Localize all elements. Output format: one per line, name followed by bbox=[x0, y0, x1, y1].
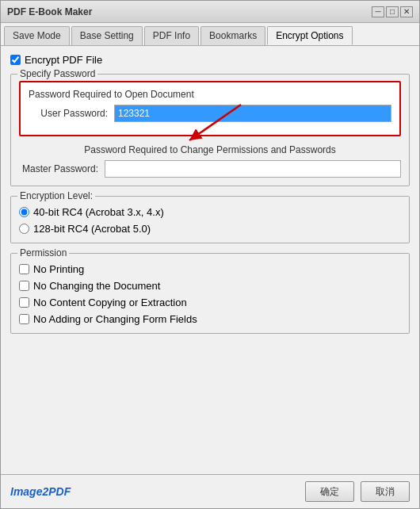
radio-128bit[interactable] bbox=[19, 224, 29, 234]
perm-no-copying-checkbox[interactable] bbox=[19, 297, 29, 308]
bottom-buttons: 确定 取消 bbox=[305, 481, 410, 502]
minimize-button[interactable]: ─ bbox=[372, 6, 384, 17]
radio-40bit-label: 40-bit RC4 (Acrobat 3.x, 4.x) bbox=[33, 206, 164, 218]
radio-40bit-row: 40-bit RC4 (Acrobat 3.x, 4.x) bbox=[19, 206, 401, 218]
perm-no-changing-checkbox[interactable] bbox=[19, 281, 29, 291]
main-window: PDF E-Book Maker ─ □ ✕ Save Mode Base Se… bbox=[0, 0, 420, 509]
tab-pdf-info[interactable]: PDF Info bbox=[144, 26, 199, 45]
perm-no-adding-label: No Adding or Changing Form Fields bbox=[33, 313, 197, 325]
tab-bar: Save Mode Base Setting PDF Info Bookmark… bbox=[1, 23, 419, 46]
content-area: Encrypt PDF File Specify Password Passwo… bbox=[1, 46, 419, 474]
encryption-radio-group: 40-bit RC4 (Acrobat 3.x, 4.x) 128-bit RC… bbox=[19, 203, 401, 235]
encryption-level-group: Encryption Level: 40-bit RC4 (Acrobat 3.… bbox=[10, 196, 410, 243]
title-bar: PDF E-Book Maker ─ □ ✕ bbox=[1, 1, 419, 23]
perm-no-printing-label: No Printing bbox=[33, 263, 84, 275]
permission-list: No Printing No Changing the Document No … bbox=[19, 260, 401, 325]
radio-40bit[interactable] bbox=[19, 207, 29, 217]
perm-no-printing-checkbox[interactable] bbox=[19, 264, 29, 274]
tab-encrypt-options[interactable]: Encrypt Options bbox=[267, 26, 352, 45]
perm-no-copying-label: No Content Copying or Extraction bbox=[33, 297, 187, 308]
window-title: PDF E-Book Maker bbox=[7, 6, 92, 17]
user-password-label: User Password: bbox=[29, 108, 108, 119]
annotation-arrow bbox=[178, 97, 257, 152]
tab-base-setting[interactable]: Base Setting bbox=[71, 26, 143, 45]
encrypt-pdf-row: Encrypt PDF File bbox=[10, 54, 410, 66]
radio-128bit-row: 128-bit RC4 (Acrobat 5.0) bbox=[19, 223, 401, 235]
svg-line-1 bbox=[189, 105, 241, 140]
perm-no-printing-row: No Printing bbox=[19, 263, 401, 275]
permission-group: Permission No Printing No Changing the D… bbox=[10, 253, 410, 334]
perm-no-adding-checkbox[interactable] bbox=[19, 314, 29, 324]
confirm-button[interactable]: 确定 bbox=[305, 481, 354, 502]
encryption-level-title: Encryption Level: bbox=[17, 190, 95, 201]
specify-password-title: Specify Password bbox=[17, 68, 97, 79]
permission-group-title: Permission bbox=[17, 247, 69, 258]
encrypt-pdf-label: Encrypt PDF File bbox=[25, 54, 102, 66]
perm-no-adding-row: No Adding or Changing Form Fields bbox=[19, 313, 401, 325]
perm-no-changing-label: No Changing the Document bbox=[33, 280, 160, 292]
maximize-button[interactable]: □ bbox=[386, 6, 399, 17]
master-password-input[interactable] bbox=[105, 160, 401, 178]
radio-128bit-label: 128-bit RC4 (Acrobat 5.0) bbox=[33, 223, 151, 235]
perm-no-changing-row: No Changing the Document bbox=[19, 280, 401, 292]
master-password-label: Master Password: bbox=[19, 163, 98, 174]
perm-no-copying-row: No Content Copying or Extraction bbox=[19, 297, 401, 308]
specify-password-group: Specify Password Password Required to Op… bbox=[10, 74, 410, 186]
bottom-logo: Image2PDF bbox=[10, 485, 71, 498]
title-controls: ─ □ ✕ bbox=[372, 6, 413, 17]
tab-bookmarks[interactable]: Bookmarks bbox=[200, 26, 265, 45]
cancel-button[interactable]: 取消 bbox=[361, 481, 410, 502]
bottom-bar: Image2PDF 确定 取消 bbox=[1, 474, 419, 508]
close-button[interactable]: ✕ bbox=[400, 6, 413, 17]
encrypt-pdf-checkbox[interactable] bbox=[10, 55, 21, 65]
tab-save-mode[interactable]: Save Mode bbox=[4, 26, 70, 45]
master-password-row: Master Password: bbox=[19, 160, 401, 178]
